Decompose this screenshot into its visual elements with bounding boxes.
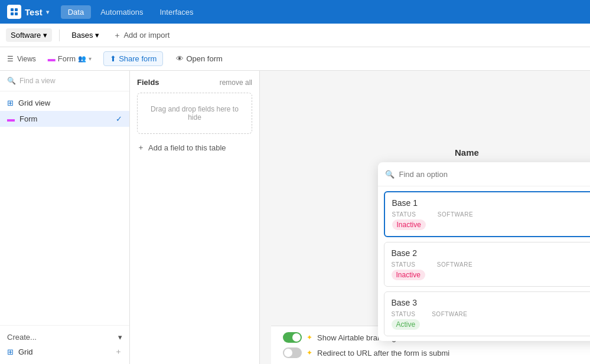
eye-icon: 👁 bbox=[176, 54, 184, 63]
svg-rect-0 bbox=[11, 8, 14, 11]
open-form-button[interactable]: 👁 Open form bbox=[170, 52, 228, 65]
check-icon: ✓ bbox=[116, 114, 122, 123]
nav-tab-automations[interactable]: Automations bbox=[93, 5, 150, 19]
bases-label: Bases bbox=[71, 31, 93, 40]
create-button[interactable]: Create... ▾ bbox=[7, 330, 122, 344]
logo-area[interactable]: Test ▾ bbox=[7, 5, 49, 19]
option-base3-meta: STATUS Active SOFTWARE bbox=[392, 311, 591, 330]
fields-panel: Fields remove all Drag and drop fields h… bbox=[130, 71, 260, 364]
software-label: Software bbox=[11, 31, 41, 40]
drag-drop-text: Drag and drop fields here to hide bbox=[151, 105, 239, 122]
add-or-import-button[interactable]: ＋ Add or import bbox=[109, 28, 174, 43]
option-base3[interactable]: Base 3 STATUS Active SOFTWARE bbox=[384, 291, 591, 336]
toolbar-divider bbox=[59, 29, 60, 41]
add-field-plus-icon: ＋ bbox=[137, 142, 145, 153]
logo-icon bbox=[7, 5, 21, 19]
branding-star-icon: ✦ bbox=[307, 333, 312, 342]
option-dropdown: 🔍 × Base 1 STATUS Inactive SOFTWARE bbox=[378, 162, 591, 341]
svg-rect-2 bbox=[11, 12, 14, 15]
grid-view-label: Grid view bbox=[18, 99, 50, 107]
grid-footer-item[interactable]: ⊞ Grid ＋ bbox=[7, 344, 122, 359]
option-base3-software-label: SOFTWARE bbox=[432, 311, 467, 317]
option-base1-software-item: SOFTWARE bbox=[438, 211, 473, 230]
remove-all-button[interactable]: remove all bbox=[220, 78, 252, 87]
views-label-text: Views bbox=[17, 55, 36, 63]
option-base3-title: Base 3 bbox=[392, 298, 591, 307]
sidebar-search-area: 🔍 Find a view bbox=[0, 71, 129, 91]
option-base1-title: Base 1 bbox=[392, 198, 591, 208]
create-chevron-icon: ▾ bbox=[118, 333, 122, 342]
form-main-area: Name 🔍 × Base 1 STATUS Inactive bbox=[260, 71, 590, 364]
sidebar: 🔍 Find a view ⊞ Grid view ▬ Form ✓ Creat… bbox=[0, 71, 130, 364]
nav-tabs: Data Automations Interfaces bbox=[61, 5, 201, 19]
add-plus-icon: ＋ bbox=[113, 30, 121, 41]
sidebar-footer: Create... ▾ ⊞ Grid ＋ bbox=[0, 325, 129, 364]
share-form-label: Share form bbox=[119, 54, 157, 63]
option-base3-software-item: SOFTWARE bbox=[432, 311, 467, 330]
second-toolbar: Software ▾ Bases ▾ ＋ Add or import bbox=[0, 24, 590, 47]
nav-tab-interfaces[interactable]: Interfaces bbox=[152, 5, 200, 19]
option-base1-status-item: STATUS Inactive bbox=[392, 211, 426, 230]
form-tab[interactable]: ▬ Form 👥 ▾ bbox=[43, 53, 96, 65]
search-placeholder: Find a view bbox=[19, 77, 56, 85]
dropdown-title-above: Name bbox=[455, 147, 479, 158]
option-base1-software-label: SOFTWARE bbox=[438, 211, 473, 218]
grid-plus-icon: ＋ bbox=[115, 346, 122, 357]
grid-footer-label: Grid bbox=[18, 347, 33, 356]
option-base1-meta: STATUS Inactive SOFTWARE bbox=[392, 211, 591, 230]
svg-rect-1 bbox=[15, 8, 18, 11]
option-base2[interactable]: Base 2 STATUS Inactive SOFTWARE bbox=[384, 242, 591, 287]
option-base2-software-item: SOFTWARE bbox=[437, 261, 472, 280]
form-view-icon: ▬ bbox=[7, 114, 15, 123]
add-field-button[interactable]: ＋ Add a field to this table bbox=[137, 140, 252, 155]
branding-toggle[interactable] bbox=[283, 332, 302, 343]
search-input-wrap[interactable]: 🔍 Find a view bbox=[7, 77, 122, 85]
redirect-row: ✦ Redirect to URL after the form is subm… bbox=[283, 347, 578, 358]
software-button[interactable]: Software ▾ bbox=[6, 28, 52, 42]
dropdown-search-row: 🔍 × bbox=[378, 162, 591, 186]
add-label: Add or import bbox=[123, 31, 169, 40]
fields-title: Fields bbox=[137, 78, 159, 87]
dropdown-search-input[interactable] bbox=[399, 170, 591, 179]
app-chevron-icon: ▾ bbox=[46, 9, 49, 15]
option-base1[interactable]: Base 1 STATUS Inactive SOFTWARE bbox=[384, 191, 591, 237]
option-base2-software-label: SOFTWARE bbox=[437, 261, 472, 268]
option-base3-status-item: STATUS Active bbox=[392, 311, 421, 330]
option-base1-status-label: STATUS bbox=[392, 211, 426, 218]
top-navigation: Test ▾ Data Automations Interfaces bbox=[0, 0, 590, 24]
svg-rect-3 bbox=[15, 12, 18, 15]
sidebar-item-form[interactable]: ▬ Form ✓ bbox=[0, 111, 129, 127]
share-form-button[interactable]: ⬆ Share form bbox=[103, 51, 163, 66]
form-people-icon: 👥 bbox=[78, 55, 86, 63]
sidebar-views: ⊞ Grid view ▬ Form ✓ bbox=[0, 91, 129, 325]
open-form-label: Open form bbox=[186, 54, 222, 63]
form-view-label: Form bbox=[19, 114, 37, 123]
sidebar-item-grid-view[interactable]: ⊞ Grid view bbox=[0, 95, 129, 111]
option-base2-meta: STATUS Inactive SOFTWARE bbox=[392, 261, 591, 280]
option-base1-status-badge: Inactive bbox=[392, 219, 426, 230]
drag-drop-zone: Drag and drop fields here to hide bbox=[137, 93, 252, 134]
form-chevron-icon: ▾ bbox=[89, 55, 92, 62]
share-icon: ⬆ bbox=[110, 54, 116, 63]
redirect-toggle[interactable] bbox=[283, 347, 302, 358]
menu-icon: ☰ bbox=[7, 55, 14, 63]
nav-tab-data[interactable]: Data bbox=[61, 5, 91, 19]
option-base2-status-label: STATUS bbox=[392, 261, 425, 268]
grid-footer-icon: ⊞ bbox=[7, 347, 14, 356]
search-icon: 🔍 bbox=[7, 77, 16, 85]
dropdown-search-icon: 🔍 bbox=[385, 170, 395, 179]
bases-button[interactable]: Bases ▾ bbox=[67, 28, 104, 42]
software-chevron-icon: ▾ bbox=[43, 31, 47, 40]
option-base2-status-item: STATUS Inactive bbox=[392, 261, 425, 280]
option-base3-status-label: STATUS bbox=[392, 311, 421, 317]
option-base2-title: Base 2 bbox=[392, 248, 591, 258]
add-field-label: Add a field to this table bbox=[148, 143, 226, 152]
grid-view-icon: ⊞ bbox=[7, 99, 14, 107]
option-base3-status-badge: Active bbox=[392, 319, 421, 330]
form-tab-label: Form bbox=[58, 54, 76, 63]
views-toggle[interactable]: ☰ Views bbox=[7, 55, 36, 63]
create-label: Create... bbox=[7, 333, 37, 342]
bases-chevron-icon: ▾ bbox=[95, 31, 99, 40]
redirect-star-icon: ✦ bbox=[307, 349, 312, 357]
form-color-icon: ▬ bbox=[48, 54, 56, 63]
